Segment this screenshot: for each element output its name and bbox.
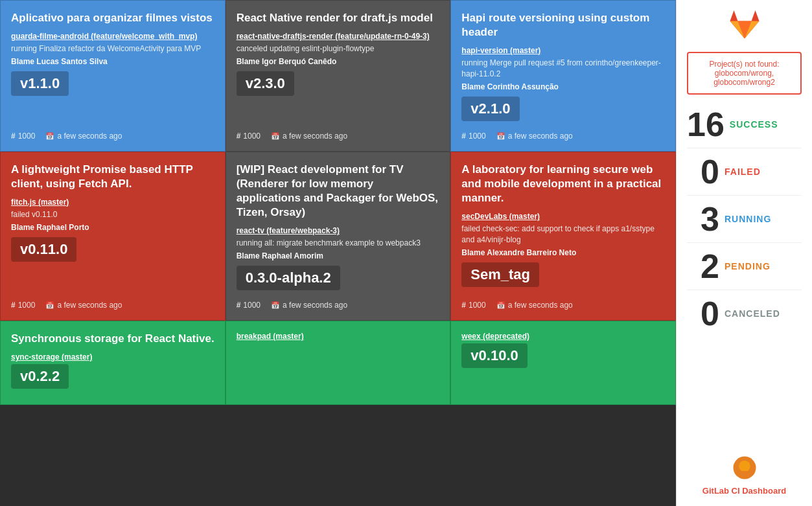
card-version: v0.2.2 <box>11 364 69 389</box>
card-blame: Blame Alexandre Barreiro Neto <box>461 248 665 257</box>
card-footer: 1000 a few seconds ago <box>461 126 665 141</box>
project-card-3[interactable]: Hapi route versioning using custom heade… <box>450 0 676 152</box>
card-blame: Blame Corintho Assunção <box>461 82 665 91</box>
stat-divider <box>687 290 802 290</box>
stat-running: 3 RUNNING <box>687 202 802 236</box>
card-title: Synchronous storage for React Native. <box>11 332 215 346</box>
card-title: Aplicativo para organizar filmes vistos <box>11 11 215 25</box>
card-title: React Native render for draft.js model <box>237 11 440 25</box>
hash-icon <box>11 301 16 310</box>
project-grid: Aplicativo para organizar filmes vistosg… <box>0 0 676 506</box>
calendar-icon <box>45 132 54 141</box>
card-repo: sync-storage (master) <box>11 352 215 362</box>
card-version: v2.1.0 <box>461 97 519 121</box>
hash-icon <box>237 301 241 310</box>
stat-label-failed: FAILED <box>725 167 761 177</box>
stat-label-running: RUNNING <box>725 214 771 224</box>
stat-label-canceled: CANCELED <box>725 308 780 319</box>
card-desc: running all: migrate benchmark example t… <box>237 238 440 249</box>
card-issue: 1000 <box>237 301 261 310</box>
calendar-icon <box>271 301 280 310</box>
card-footer: 1000 a few seconds ago <box>11 126 215 141</box>
card-version: v2.3.0 <box>237 71 294 96</box>
project-card-2[interactable]: React Native render for draft.js modelre… <box>226 0 451 152</box>
card-repo: breakpad (master) <box>237 332 440 341</box>
card-version: 0.3.0-alpha.2 <box>237 266 340 290</box>
project-card-4[interactable]: A lightweight Promise based HTTP client,… <box>0 152 226 321</box>
stat-number-failed: 0 <box>687 155 719 189</box>
hash-icon <box>11 132 16 141</box>
card-time: a few seconds ago <box>45 301 122 310</box>
project-card-5[interactable]: [WIP] React development for TV (Renderer… <box>226 152 451 321</box>
card-desc: canceled updating eslint-plugin-flowtype <box>237 43 440 54</box>
card-issue: 1000 <box>11 301 35 310</box>
calendar-icon <box>496 132 505 141</box>
card-repo: hapi-version (master) <box>461 46 665 55</box>
stat-number-running: 3 <box>687 202 719 236</box>
calendar-icon <box>496 301 505 310</box>
svg-point-1 <box>739 461 750 472</box>
card-title: A laboratory for learning secure web and… <box>461 163 665 205</box>
card-desc: running Finaliza refactor da WelcomeActi… <box>11 43 215 54</box>
card-issue: 1000 <box>11 132 35 141</box>
stat-canceled: 0 CANCELED <box>687 297 802 330</box>
card-time: a few seconds ago <box>496 301 573 310</box>
card-time: a few seconds ago <box>271 301 347 310</box>
calendar-icon <box>271 132 280 141</box>
card-repo: fitch.js (master) <box>11 198 215 207</box>
stats-container: 16 SUCCESS 0 FAILED 3 RUNNING 2 PENDING … <box>687 108 802 337</box>
project-card-9[interactable]: weex (deprecated)v0.10.0 <box>450 321 676 405</box>
stat-failed: 0 FAILED <box>687 155 802 189</box>
card-footer: 1000 a few seconds ago <box>237 126 440 141</box>
card-version: v0.10.0 <box>461 343 527 368</box>
card-footer: 1000 a few seconds ago <box>11 295 215 310</box>
hash-icon <box>461 132 466 141</box>
card-repo: react-tv (feature/webpack-3) <box>237 226 440 235</box>
gitlab-logo-icon <box>729 10 760 41</box>
card-blame: Blame Raphael Porto <box>11 223 215 232</box>
card-blame: Blame Lucas Santos Silva <box>11 57 215 66</box>
project-card-1[interactable]: Aplicativo para organizar filmes vistosg… <box>0 0 226 152</box>
card-issue: 1000 <box>461 301 485 310</box>
project-card-6[interactable]: A laboratory for learning secure web and… <box>450 152 676 321</box>
card-desc: failed check-sec: add support to check i… <box>461 224 665 246</box>
stat-divider <box>687 195 802 196</box>
card-title: [WIP] React development for TV (Renderer… <box>237 163 440 220</box>
sidebar: Project(s) not found: globocom/wrong, gl… <box>676 0 812 506</box>
card-title: Hapi route versioning using custom heade… <box>461 11 665 40</box>
stat-label-success: SUCCESS <box>730 119 778 130</box>
card-issue: 1000 <box>237 132 261 141</box>
gitlab-ci-logo-icon <box>732 455 758 481</box>
card-desc: failed v0.11.0 <box>11 209 215 220</box>
error-box: Project(s) not found: globocom/wrong, gl… <box>687 52 802 95</box>
card-title: A lightweight Promise based HTTP client,… <box>11 163 215 191</box>
hash-icon <box>461 301 466 310</box>
card-repo: weex (deprecated) <box>461 332 665 341</box>
card-footer: 1000 a few seconds ago <box>237 295 440 310</box>
stat-label-pending: PENDING <box>725 261 771 271</box>
card-time: a few seconds ago <box>271 132 347 141</box>
card-issue: 1000 <box>461 132 485 141</box>
card-repo: react-native-draftjs-render (feature/upd… <box>237 32 440 41</box>
card-repo: secDevLabs (master) <box>461 212 665 221</box>
project-card-8[interactable]: breakpad (master) <box>226 321 451 405</box>
svg-point-2 <box>736 471 752 477</box>
card-version: Sem_tag <box>461 262 539 287</box>
stat-divider <box>687 242 802 243</box>
card-desc: running Merge pull request #5 from corin… <box>461 58 665 80</box>
card-blame: Blame Igor Berquó Canêdo <box>237 57 440 66</box>
project-card-7[interactable]: Synchronous storage for React Native.syn… <box>0 321 226 405</box>
stat-success: 16 SUCCESS <box>687 108 802 141</box>
calendar-icon <box>45 301 54 310</box>
stat-divider <box>687 148 802 148</box>
stat-number-pending: 2 <box>687 249 719 283</box>
stat-number-success: 16 <box>687 108 725 141</box>
gitlab-ci-label: GitLab CI Dashboard <box>702 486 786 496</box>
card-footer: 1000 a few seconds ago <box>461 295 665 310</box>
card-time: a few seconds ago <box>45 132 122 141</box>
card-blame: Blame Raphael Amorim <box>237 251 440 260</box>
stat-number-canceled: 0 <box>687 297 719 330</box>
card-version: v0.11.0 <box>11 237 76 262</box>
stat-pending: 2 PENDING <box>687 249 802 283</box>
hash-icon <box>237 132 241 141</box>
